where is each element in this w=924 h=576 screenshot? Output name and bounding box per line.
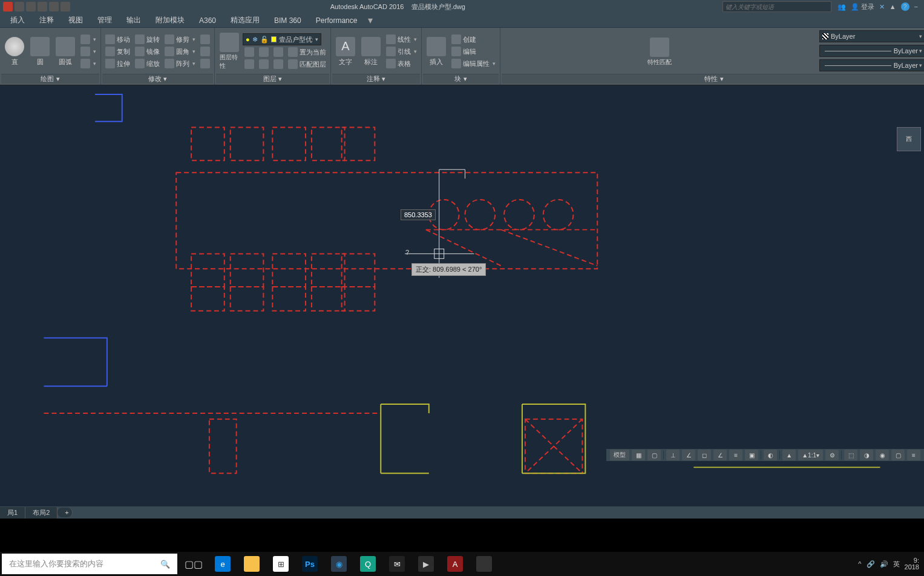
copy-button[interactable]: 复制 [103, 46, 132, 57]
tab-bim360[interactable]: BIM 360 [267, 14, 309, 27]
drawing-canvas[interactable]: 850.3353 ? 正交: 809.6989 < 270° [0, 85, 924, 506]
layout-tab-2[interactable]: 布局2 [25, 507, 57, 519]
match-props-button[interactable]: 特性匹配 [503, 35, 816, 68]
save-icon[interactable] [38, 2, 47, 11]
stretch-button[interactable]: 拉伸 [103, 58, 132, 69]
polar-toggle[interactable]: ∠ [682, 450, 695, 460]
layer-tool2[interactable] [257, 47, 270, 57]
tray-date[interactable]: 2018 [905, 563, 919, 571]
tray-ime[interactable]: 英 [893, 560, 900, 569]
grid-toggle[interactable]: ▦ [632, 450, 645, 460]
login-button[interactable]: 👤 登录 [851, 2, 874, 11]
tab-annotate[interactable]: 注释 [32, 13, 61, 28]
explorer-button[interactable] [237, 552, 266, 576]
line-button[interactable]: 直 [2, 36, 27, 68]
panel-modify-title[interactable]: 修改 ▾ [102, 74, 213, 83]
app-menu-icon[interactable] [3, 2, 13, 11]
tab-a360[interactable]: A360 [192, 14, 223, 27]
dim-button[interactable]: 标注 [359, 36, 383, 68]
fillet-button[interactable]: 圆角▾ [163, 46, 197, 57]
app-button-4[interactable] [470, 552, 499, 576]
circle-button[interactable]: 圆 [28, 36, 52, 68]
tab-performance[interactable]: Performance [309, 14, 365, 27]
panel-draw-title[interactable]: 绘图 ▾ [1, 74, 99, 83]
layer-tool1[interactable] [243, 47, 256, 57]
task-view-button[interactable]: ▢▢ [179, 552, 208, 576]
edit-attr-button[interactable]: 编辑属性▾ [450, 58, 497, 69]
isolate-toggle[interactable]: ◉ [876, 450, 889, 460]
mod-extra3[interactable] [198, 58, 212, 69]
tab-view[interactable]: 视图 [61, 13, 90, 28]
clean-toggle[interactable]: ▢ [891, 450, 905, 460]
rect-button[interactable]: ▾ [79, 34, 98, 45]
array-button[interactable]: 阵列▾ [163, 58, 197, 69]
anno-toggle[interactable]: ▲ [782, 450, 796, 460]
tab-featured[interactable]: 精选应用 [223, 13, 267, 28]
match-layer-button[interactable]: 匹配图层 [286, 59, 328, 70]
leader-button[interactable]: 引线▾ [384, 46, 419, 57]
tray-net-icon[interactable]: 🔗 [867, 560, 875, 568]
lwt-toggle[interactable]: ≡ [729, 450, 742, 460]
osnap-toggle[interactable]: ◻ [698, 450, 711, 460]
tray-vol-icon[interactable]: 🔊 [880, 560, 888, 568]
a360-icon[interactable]: ▲ [890, 3, 896, 10]
app-button-3[interactable]: ▶ [411, 552, 441, 576]
panel-annotation-title[interactable]: 注释 ▾ [332, 74, 420, 83]
mirror-button[interactable]: 镜像 [133, 46, 162, 57]
store-button[interactable]: ⊞ [266, 552, 295, 576]
layer-tool6[interactable] [272, 59, 285, 70]
layer-tool3[interactable] [272, 47, 285, 57]
cycle-toggle[interactable]: ◐ [764, 450, 777, 460]
redo-icon[interactable] [61, 2, 70, 11]
app-button-2[interactable]: Q [353, 552, 382, 576]
layer-tool4[interactable] [243, 59, 256, 70]
scale-button[interactable]: 缩放 [133, 58, 162, 69]
linetype-dropdown[interactable]: ByLayer▾ [819, 59, 924, 71]
layer-properties-button[interactable]: 图层特性 [217, 31, 241, 71]
move-button[interactable]: 移动 [103, 34, 132, 45]
edit-button[interactable]: 编辑 [450, 46, 497, 57]
windows-search-input[interactable]: 在这里输入你要搜索的内容 🔍 [2, 554, 177, 574]
arc-button[interactable]: 圆弧 [53, 36, 77, 68]
open-icon[interactable] [26, 2, 36, 11]
minimize-button[interactable]: − [914, 3, 918, 10]
anno-scale[interactable]: ▲ 1:1 ▾ [798, 450, 823, 460]
lineweight-dropdown[interactable]: ByLayer▾ [819, 45, 924, 57]
mail-button[interactable]: ✉ [382, 552, 411, 576]
tab-manage[interactable]: 管理 [90, 13, 119, 28]
undo-icon[interactable] [49, 2, 59, 11]
lock-toggle[interactable]: ⬚ [844, 450, 857, 460]
rotate-button[interactable]: 旋转 [133, 34, 162, 45]
hw-toggle[interactable]: ◑ [860, 450, 873, 460]
photoshop-button[interactable]: Ps [295, 552, 324, 576]
mod-extra1[interactable] [198, 34, 212, 45]
otrack-toggle[interactable]: ∠ [713, 450, 727, 460]
layout-tab-add[interactable]: + [57, 508, 73, 517]
edge-button[interactable]: e [208, 552, 237, 576]
text-button[interactable]: A 文字 [333, 36, 358, 68]
custom-toggle[interactable]: ≡ [907, 450, 920, 460]
tab-addins[interactable]: 附加模块 [148, 13, 192, 28]
hatch-button[interactable]: ▾ [79, 58, 98, 69]
panel-layers-title[interactable]: 图层 ▾ [216, 74, 329, 83]
set-current-button[interactable]: 置为当前 [286, 47, 328, 57]
panel-properties-title[interactable]: 特性 ▾ [502, 74, 924, 83]
tab-output[interactable]: 输出 [119, 13, 148, 28]
current-layer-dropdown[interactable]: ● ❄ 🔓 壹品户型优化 ▾ [243, 33, 321, 45]
ortho-toggle[interactable]: ⊥ [666, 450, 680, 460]
workspace-toggle[interactable]: ⚙ [825, 450, 839, 460]
layout-tab-1[interactable]: 局1 [0, 507, 25, 519]
tab-add-icon[interactable]: ▾ [364, 15, 376, 26]
snap-toggle[interactable]: ▢ [647, 450, 661, 460]
view-cube[interactable]: 西 [897, 127, 921, 151]
linear-button[interactable]: 线性▾ [384, 34, 419, 45]
new-icon[interactable] [15, 2, 24, 11]
help-search-input[interactable] [722, 1, 831, 12]
help-icon[interactable]: ? [901, 2, 909, 11]
create-button[interactable]: 创建 [450, 34, 497, 45]
autocad-button[interactable]: A [441, 552, 470, 576]
ellipse-button[interactable]: ▾ [79, 46, 98, 57]
panel-block-title[interactable]: 块 ▾ [423, 74, 499, 83]
app-button-1[interactable]: ◉ [324, 552, 353, 576]
trim-button[interactable]: 修剪▾ [163, 34, 197, 45]
